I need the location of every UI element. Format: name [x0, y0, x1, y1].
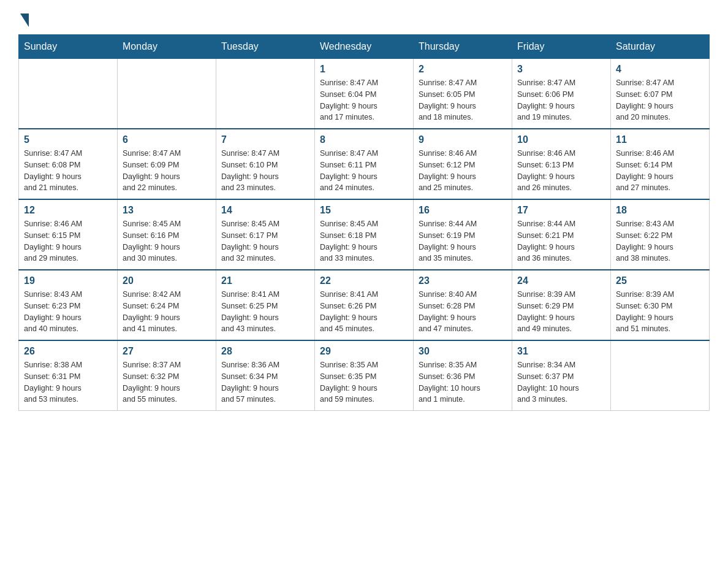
day-number: 7	[221, 134, 309, 145]
calendar-cell: 22Sunrise: 8:41 AM Sunset: 6:26 PM Dayli…	[315, 270, 414, 340]
calendar-cell: 23Sunrise: 8:40 AM Sunset: 6:28 PM Dayli…	[414, 270, 512, 340]
calendar-cell: 20Sunrise: 8:42 AM Sunset: 6:24 PM Dayli…	[118, 270, 216, 340]
day-info: Sunrise: 8:46 AM Sunset: 6:13 PM Dayligh…	[517, 148, 605, 194]
calendar-cell: 25Sunrise: 8:39 AM Sunset: 6:30 PM Dayli…	[611, 270, 710, 340]
day-info: Sunrise: 8:47 AM Sunset: 6:11 PM Dayligh…	[320, 148, 408, 194]
calendar-cell: 15Sunrise: 8:45 AM Sunset: 6:18 PM Dayli…	[315, 199, 414, 270]
day-number: 20	[123, 275, 211, 286]
calendar-cell	[611, 340, 710, 411]
calendar-week-row: 19Sunrise: 8:43 AM Sunset: 6:23 PM Dayli…	[19, 270, 710, 340]
day-info: Sunrise: 8:44 AM Sunset: 6:21 PM Dayligh…	[517, 218, 605, 264]
day-number: 18	[616, 205, 704, 216]
day-info: Sunrise: 8:45 AM Sunset: 6:16 PM Dayligh…	[123, 218, 211, 264]
calendar-cell: 26Sunrise: 8:38 AM Sunset: 6:31 PM Dayli…	[19, 340, 118, 411]
weekday-header-thursday: Thursday	[414, 35, 512, 59]
calendar-cell: 27Sunrise: 8:37 AM Sunset: 6:32 PM Dayli…	[118, 340, 216, 411]
calendar-cell: 19Sunrise: 8:43 AM Sunset: 6:23 PM Dayli…	[19, 270, 118, 340]
weekday-header-wednesday: Wednesday	[315, 35, 414, 59]
calendar-cell: 1Sunrise: 8:47 AM Sunset: 6:04 PM Daylig…	[315, 59, 414, 129]
day-number: 14	[221, 205, 309, 216]
day-info: Sunrise: 8:43 AM Sunset: 6:22 PM Dayligh…	[616, 218, 704, 264]
day-info: Sunrise: 8:47 AM Sunset: 6:05 PM Dayligh…	[419, 77, 507, 123]
day-info: Sunrise: 8:37 AM Sunset: 6:32 PM Dayligh…	[123, 359, 211, 405]
logo-triangle-icon	[20, 13, 29, 27]
day-number: 3	[517, 64, 605, 75]
weekday-header-row: SundayMondayTuesdayWednesdayThursdayFrid…	[19, 35, 710, 59]
day-info: Sunrise: 8:47 AM Sunset: 6:04 PM Dayligh…	[320, 77, 408, 123]
calendar-week-row: 26Sunrise: 8:38 AM Sunset: 6:31 PM Dayli…	[19, 340, 710, 411]
calendar-cell: 13Sunrise: 8:45 AM Sunset: 6:16 PM Dayli…	[118, 199, 216, 270]
day-info: Sunrise: 8:47 AM Sunset: 6:08 PM Dayligh…	[24, 148, 112, 194]
calendar-cell: 17Sunrise: 8:44 AM Sunset: 6:21 PM Dayli…	[512, 199, 611, 270]
day-number: 28	[221, 346, 309, 357]
calendar-cell	[118, 59, 216, 129]
day-info: Sunrise: 8:34 AM Sunset: 6:37 PM Dayligh…	[517, 359, 605, 405]
calendar-cell: 4Sunrise: 8:47 AM Sunset: 6:07 PM Daylig…	[611, 59, 710, 129]
day-number: 29	[320, 346, 408, 357]
day-info: Sunrise: 8:35 AM Sunset: 6:35 PM Dayligh…	[320, 359, 408, 405]
day-number: 26	[24, 346, 112, 357]
calendar-cell: 21Sunrise: 8:41 AM Sunset: 6:25 PM Dayli…	[216, 270, 315, 340]
day-number: 25	[616, 275, 704, 286]
day-info: Sunrise: 8:46 AM Sunset: 6:14 PM Dayligh…	[616, 148, 704, 194]
day-info: Sunrise: 8:47 AM Sunset: 6:10 PM Dayligh…	[221, 148, 309, 194]
calendar-table: SundayMondayTuesdayWednesdayThursdayFrid…	[18, 34, 710, 411]
calendar-cell: 24Sunrise: 8:39 AM Sunset: 6:29 PM Dayli…	[512, 270, 611, 340]
weekday-header-sunday: Sunday	[19, 35, 118, 59]
day-info: Sunrise: 8:38 AM Sunset: 6:31 PM Dayligh…	[24, 359, 112, 405]
calendar-week-row: 5Sunrise: 8:47 AM Sunset: 6:08 PM Daylig…	[19, 129, 710, 199]
page-header	[18, 12, 710, 25]
calendar-cell: 6Sunrise: 8:47 AM Sunset: 6:09 PM Daylig…	[118, 129, 216, 199]
calendar-cell: 5Sunrise: 8:47 AM Sunset: 6:08 PM Daylig…	[19, 129, 118, 199]
day-info: Sunrise: 8:42 AM Sunset: 6:24 PM Dayligh…	[123, 289, 211, 335]
day-info: Sunrise: 8:47 AM Sunset: 6:09 PM Dayligh…	[123, 148, 211, 194]
day-number: 30	[419, 346, 507, 357]
day-info: Sunrise: 8:39 AM Sunset: 6:29 PM Dayligh…	[517, 289, 605, 335]
day-number: 19	[24, 275, 112, 286]
day-number: 1	[320, 64, 408, 75]
calendar-cell: 11Sunrise: 8:46 AM Sunset: 6:14 PM Dayli…	[611, 129, 710, 199]
day-number: 15	[320, 205, 408, 216]
day-info: Sunrise: 8:40 AM Sunset: 6:28 PM Dayligh…	[419, 289, 507, 335]
calendar-cell: 14Sunrise: 8:45 AM Sunset: 6:17 PM Dayli…	[216, 199, 315, 270]
calendar-cell: 31Sunrise: 8:34 AM Sunset: 6:37 PM Dayli…	[512, 340, 611, 411]
day-number: 10	[517, 134, 605, 145]
calendar-cell: 28Sunrise: 8:36 AM Sunset: 6:34 PM Dayli…	[216, 340, 315, 411]
day-number: 31	[517, 346, 605, 357]
day-number: 16	[419, 205, 507, 216]
day-info: Sunrise: 8:43 AM Sunset: 6:23 PM Dayligh…	[24, 289, 112, 335]
day-number: 22	[320, 275, 408, 286]
calendar-cell: 2Sunrise: 8:47 AM Sunset: 6:05 PM Daylig…	[414, 59, 512, 129]
day-number: 12	[24, 205, 112, 216]
day-info: Sunrise: 8:39 AM Sunset: 6:30 PM Dayligh…	[616, 289, 704, 335]
weekday-header-monday: Monday	[118, 35, 216, 59]
calendar-cell	[19, 59, 118, 129]
day-info: Sunrise: 8:47 AM Sunset: 6:06 PM Dayligh…	[517, 77, 605, 123]
day-info: Sunrise: 8:41 AM Sunset: 6:26 PM Dayligh…	[320, 289, 408, 335]
day-info: Sunrise: 8:46 AM Sunset: 6:15 PM Dayligh…	[24, 218, 112, 264]
calendar-week-row: 1Sunrise: 8:47 AM Sunset: 6:04 PM Daylig…	[19, 59, 710, 129]
day-number: 4	[616, 64, 704, 75]
day-number: 13	[123, 205, 211, 216]
day-info: Sunrise: 8:46 AM Sunset: 6:12 PM Dayligh…	[419, 148, 507, 194]
calendar-cell: 7Sunrise: 8:47 AM Sunset: 6:10 PM Daylig…	[216, 129, 315, 199]
day-info: Sunrise: 8:47 AM Sunset: 6:07 PM Dayligh…	[616, 77, 704, 123]
day-info: Sunrise: 8:41 AM Sunset: 6:25 PM Dayligh…	[221, 289, 309, 335]
weekday-header-saturday: Saturday	[611, 35, 710, 59]
calendar-cell: 9Sunrise: 8:46 AM Sunset: 6:12 PM Daylig…	[414, 129, 512, 199]
weekday-header-tuesday: Tuesday	[216, 35, 315, 59]
calendar-cell: 8Sunrise: 8:47 AM Sunset: 6:11 PM Daylig…	[315, 129, 414, 199]
calendar-cell: 10Sunrise: 8:46 AM Sunset: 6:13 PM Dayli…	[512, 129, 611, 199]
day-info: Sunrise: 8:35 AM Sunset: 6:36 PM Dayligh…	[419, 359, 507, 405]
calendar-cell: 30Sunrise: 8:35 AM Sunset: 6:36 PM Dayli…	[414, 340, 512, 411]
day-info: Sunrise: 8:36 AM Sunset: 6:34 PM Dayligh…	[221, 359, 309, 405]
day-number: 6	[123, 134, 211, 145]
logo	[18, 12, 29, 25]
day-info: Sunrise: 8:44 AM Sunset: 6:19 PM Dayligh…	[419, 218, 507, 264]
day-number: 2	[419, 64, 507, 75]
calendar-cell: 29Sunrise: 8:35 AM Sunset: 6:35 PM Dayli…	[315, 340, 414, 411]
calendar-cell: 3Sunrise: 8:47 AM Sunset: 6:06 PM Daylig…	[512, 59, 611, 129]
day-info: Sunrise: 8:45 AM Sunset: 6:18 PM Dayligh…	[320, 218, 408, 264]
day-number: 17	[517, 205, 605, 216]
calendar-cell: 12Sunrise: 8:46 AM Sunset: 6:15 PM Dayli…	[19, 199, 118, 270]
